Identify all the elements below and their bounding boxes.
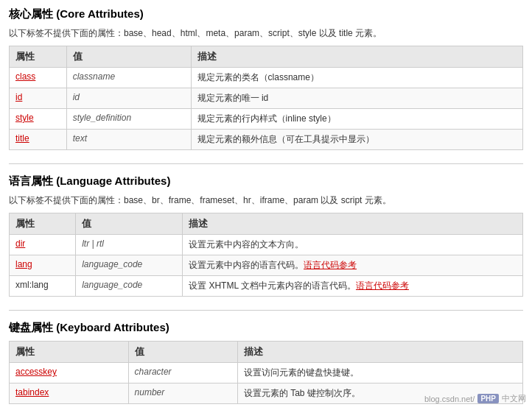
attr-link-id[interactable]: id [15, 92, 22, 102]
watermark-blog: blog.csdn.net/ [424, 395, 475, 403]
desc-cell: 设置 XHTML 文档中元素内容的语言代码。语言代码参考 [183, 276, 523, 297]
desc-cell: 规定元素的唯一 id [191, 88, 522, 109]
lang-desc: 以下标签不提供下面的属性：base、br、frame、frameset、hr、i… [9, 194, 523, 207]
kb-header-val: 值 [128, 342, 237, 363]
core-header-val: 值 [66, 46, 191, 68]
attr-link-dir[interactable]: dir [15, 238, 25, 249]
val-cell: style_definition [66, 109, 191, 130]
table-row: dir ltr | rtl 设置元素中内容的文本方向。 [10, 235, 523, 255]
divider-2 [9, 310, 523, 311]
table-row: lang language_code 设置元素中内容的语言代码。语言代码参考 [10, 255, 523, 276]
desc-cell: 规定元素的额外信息（可在工具提示中显示） [191, 130, 522, 150]
attr-cell: style [10, 109, 67, 130]
divider-1 [9, 163, 523, 164]
attr-cell: tabindex [10, 384, 129, 404]
attr-cell: title [10, 130, 67, 150]
desc-cell: 规定元素的类名（classname） [191, 68, 522, 88]
core-attributes-section: 核心属性 (Core Attributes) 以下标签不提供下面的属性：base… [9, 7, 523, 150]
attr-link-accesskey[interactable]: accesskey [15, 367, 57, 377]
core-title: 核心属性 (Core Attributes) [9, 7, 523, 21]
core-header-attr: 属性 [10, 46, 67, 68]
val-cell: language_code [76, 255, 183, 276]
attr-link-tabindex[interactable]: tabindex [15, 387, 49, 397]
core-header-desc: 描述 [191, 46, 522, 68]
attr-link-title[interactable]: title [15, 133, 29, 144]
val-cell: character [128, 363, 237, 384]
lang-title: 语言属性 (Language Attributes) [9, 174, 523, 188]
desc-cell: 设置访问元素的键盘快捷键。 [237, 363, 522, 384]
watermark: blog.csdn.net/ PHP 中文网 [424, 393, 526, 404]
lang-table: 属性 值 描述 dir ltr | rtl 设置元素中内容的文本方向。 lang… [9, 213, 523, 297]
val-cell: ltr | rtl [76, 235, 183, 255]
attr-link-lang[interactable]: lang [15, 259, 32, 269]
val-cell: number [128, 384, 237, 404]
table-row: style style_definition 规定元素的行内样式（inline … [10, 109, 523, 130]
table-row: title text 规定元素的额外信息（可在工具提示中显示） [10, 130, 523, 150]
attr-cell: class [10, 68, 67, 88]
val-cell: id [66, 88, 191, 109]
attr-cell: id [10, 88, 67, 109]
php-badge: PHP [477, 394, 499, 403]
attr-cell: xml:lang [10, 276, 76, 297]
val-cell: classname [66, 68, 191, 88]
lang-code-ref-link-2[interactable]: 语言代码参考 [356, 280, 409, 291]
attr-cell: accesskey [10, 363, 129, 384]
lang-header-desc: 描述 [183, 213, 523, 235]
attr-link-class[interactable]: class [15, 71, 35, 82]
keyboard-attributes-section: 键盘属性 (Keyboard Attributes) 属性 值 描述 acces… [9, 321, 523, 404]
core-table: 属性 值 描述 class classname 规定元素的类名（classnam… [9, 46, 523, 150]
lang-header-val: 值 [76, 213, 183, 235]
table-row: accesskey character 设置访问元素的键盘快捷键。 [10, 363, 523, 384]
attr-cell: dir [10, 235, 76, 255]
kb-title: 键盘属性 (Keyboard Attributes) [9, 321, 523, 335]
val-cell: language_code [76, 276, 183, 297]
desc-cell: 设置元素中内容的语言代码。语言代码参考 [183, 255, 523, 276]
attr-cell: lang [10, 255, 76, 276]
attr-link-style[interactable]: style [15, 113, 34, 123]
kb-header-desc: 描述 [237, 342, 522, 363]
kb-header-attr: 属性 [10, 342, 129, 363]
lang-code-ref-link-1[interactable]: 语言代码参考 [304, 260, 357, 270]
core-desc: 以下标签不提供下面的属性：base、head、html、meta、param、s… [9, 27, 523, 40]
desc-cell: 设置元素中内容的文本方向。 [183, 235, 523, 255]
table-row: id id 规定元素的唯一 id [10, 88, 523, 109]
table-row: xml:lang language_code 设置 XHTML 文档中元素内容的… [10, 276, 523, 297]
val-cell: text [66, 130, 191, 150]
table-row: class classname 规定元素的类名（classname） [10, 68, 523, 88]
watermark-site: 中文网 [502, 393, 526, 404]
lang-header-attr: 属性 [10, 213, 76, 235]
desc-cell: 规定元素的行内样式（inline style） [191, 109, 522, 130]
language-attributes-section: 语言属性 (Language Attributes) 以下标签不提供下面的属性：… [9, 174, 523, 297]
